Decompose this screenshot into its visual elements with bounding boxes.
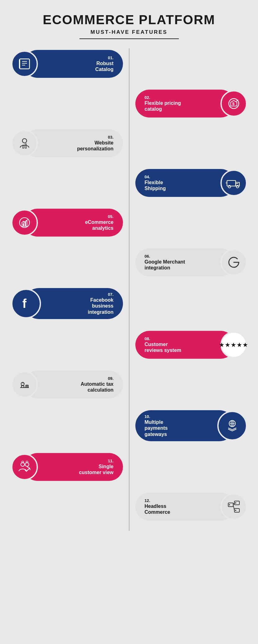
feature-card-04: 04. FlexibleShipping	[135, 167, 247, 198]
feature-card-06: 06. Google Merchantintegration	[135, 247, 247, 278]
feature-number: 11.	[39, 459, 114, 463]
svg-point-35	[235, 510, 236, 511]
feature-title: HeadlessCommerce	[145, 503, 219, 515]
feature-number: 01.	[39, 56, 114, 60]
svg-text:$: $	[232, 101, 235, 106]
timeline: 01. RobustCatalog 02. Flexible pricingca…	[11, 48, 247, 531]
timeline-row: 09. Automatic taxcalculation %	[11, 369, 247, 400]
feature-card-08: 08. Customerreviews system ★★★★★	[135, 329, 247, 360]
feature-title: Websitepersonalization	[39, 140, 114, 152]
feature-number: 06.	[145, 254, 219, 259]
feature-number: 04.	[145, 175, 219, 179]
feature-icon-google	[220, 249, 247, 276]
timeline-row: 11. Singlecustomer view	[11, 451, 247, 482]
feature-title: RobustCatalog	[39, 60, 114, 72]
feature-icon-payments	[217, 411, 247, 441]
svg-line-37	[233, 505, 234, 510]
feature-title: eCommerceanalytics	[39, 219, 114, 231]
feature-number: 10.	[145, 414, 219, 419]
feature-title: Google Merchantintegration	[145, 259, 219, 271]
svg-text:%: %	[22, 381, 24, 384]
feature-card-09: 09. Automatic taxcalculation %	[11, 369, 123, 400]
timeline-row: 03. Websitepersonalization	[11, 128, 247, 159]
feature-title: Facebookbusinessintegration	[39, 297, 114, 315]
feature-number: 02.	[145, 95, 219, 100]
feature-number: 09.	[39, 376, 114, 381]
feature-icon-headless	[220, 493, 247, 520]
feature-title: Singlecustomer view	[39, 464, 114, 475]
svg-rect-16	[24, 222, 25, 226]
timeline-row: 02. Flexible pricingcatalog $	[11, 88, 247, 119]
feature-card-07: 07. Facebookbusinessintegration f	[11, 286, 123, 321]
feature-card-05: 05. eCommerceanalytics	[11, 207, 123, 238]
feature-number: 03.	[39, 135, 114, 140]
timeline-row: 12. HeadlessCommerce	[11, 491, 247, 522]
svg-rect-9	[25, 144, 26, 148]
feature-card-03: 03. Websitepersonalization	[11, 128, 123, 159]
feature-icon-pricing: $	[220, 90, 247, 117]
feature-icon-catalog	[11, 51, 38, 77]
feature-title: Customerreviews system	[145, 341, 219, 353]
feature-icon-analytics	[11, 209, 38, 236]
feature-card-10: 10. Multiplepaymentsgateways	[135, 409, 247, 443]
svg-rect-4	[19, 60, 20, 68]
feature-number: 07.	[39, 292, 114, 297]
timeline-row: 04. FlexibleShipping	[11, 167, 247, 198]
feature-icon-shipping	[220, 170, 247, 196]
feature-card-01: 01. RobustCatalog	[11, 48, 123, 79]
timeline-row: 06. Google Merchantintegration	[11, 247, 247, 278]
feature-icon-customer	[11, 454, 38, 480]
svg-point-27	[25, 463, 29, 466]
svg-text:f: f	[22, 297, 27, 310]
svg-rect-0	[20, 59, 29, 69]
feature-title: Automatic taxcalculation	[39, 381, 114, 393]
feature-icon-personalization	[11, 130, 38, 157]
feature-card-02: 02. Flexible pricingcatalog $	[135, 88, 247, 119]
feature-title: Multiplepaymentsgateways	[145, 419, 219, 437]
page-subtitle: MUST-HAVE FEATURES	[91, 29, 168, 35]
svg-point-34	[235, 502, 236, 504]
feature-card-11: 11. Singlecustomer view	[11, 451, 123, 482]
feature-card-12: 12. HeadlessCommerce	[135, 491, 247, 522]
feature-title: Flexible pricingcatalog	[145, 100, 219, 112]
timeline-row: 08. Customerreviews system ★★★★★	[11, 329, 247, 360]
title-divider	[79, 38, 179, 39]
svg-point-7	[22, 139, 27, 143]
feature-icon-facebook: f	[11, 289, 41, 318]
feature-number: 12.	[145, 498, 219, 503]
timeline-row: 07. Facebookbusinessintegration f	[11, 286, 247, 321]
feature-number: 05.	[39, 214, 114, 219]
svg-rect-10	[227, 180, 236, 186]
feature-title: FlexibleShipping	[145, 180, 219, 191]
svg-point-33	[229, 504, 230, 505]
feature-number: 08.	[145, 336, 219, 341]
feature-icon-reviews: ★★★★★	[220, 331, 247, 358]
timeline-row: 01. RobustCatalog	[11, 48, 247, 79]
svg-point-26	[21, 463, 25, 466]
feature-icon-tax: %	[11, 371, 38, 398]
timeline-row: 10. Multiplepaymentsgateways	[11, 409, 247, 443]
timeline-row: 05. eCommerceanalytics	[11, 207, 247, 238]
svg-rect-15	[22, 224, 23, 226]
page-title: ECOMMERCE PLATFORM	[43, 12, 215, 27]
